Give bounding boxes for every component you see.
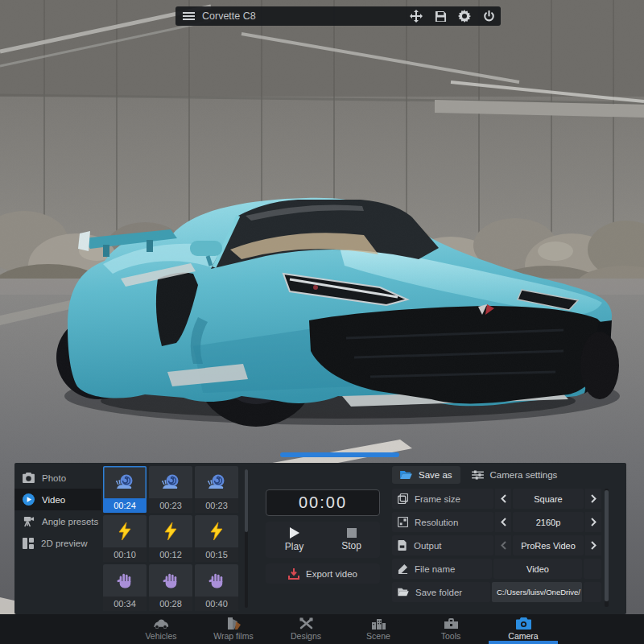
record-timer: 00:00	[266, 489, 380, 516]
clip-lightning-2[interactable]: 00:12	[149, 515, 192, 562]
sliders-icon	[472, 470, 484, 480]
resolution-prev-button[interactable]	[495, 512, 511, 532]
mode-sidebar: Photo Video Angle presets 2D preview	[14, 463, 101, 614]
output-file-icon	[398, 540, 407, 551]
clip-hand-3[interactable]: 00:40	[195, 564, 238, 611]
setting-row-save-folder: Save folder C:/Users/luisv/OneDrive/	[392, 582, 601, 602]
lightning-icon	[195, 515, 238, 547]
clip-hand-2[interactable]: 00:28	[149, 564, 192, 611]
stop-icon	[347, 528, 357, 538]
tab-camera-settings[interactable]: Camera settings	[464, 466, 566, 484]
snail-icon	[103, 466, 147, 498]
clip-duration: 00:23	[149, 498, 192, 513]
save-icon[interactable]	[428, 6, 452, 26]
clip-snail-1[interactable]: 00:24	[103, 466, 147, 513]
move-icon[interactable]	[404, 6, 428, 26]
output-prev-button[interactable]	[495, 535, 511, 555]
tab-save-as[interactable]: Save as	[392, 466, 460, 484]
setting-row-frame-size: Frame size Square	[392, 489, 601, 509]
gear-icon[interactable]	[452, 6, 477, 26]
active-tab-indicator	[489, 641, 558, 644]
sidebar-item-angle-presets[interactable]: Angle presets	[14, 510, 101, 532]
clip-lightning-3[interactable]: 00:15	[195, 515, 238, 562]
designs-tools-icon	[299, 617, 313, 630]
play-stop-group: Play Stop	[266, 522, 380, 558]
clip-duration: 00:40	[195, 597, 238, 611]
snail-icon	[195, 466, 238, 498]
vehicles-car-icon	[153, 618, 169, 630]
tab-wrap-films[interactable]: Wrap films	[197, 614, 270, 644]
layout-2d-icon	[23, 538, 34, 549]
clip-duration: 00:15	[195, 547, 238, 562]
tab-designs[interactable]: Designs	[270, 614, 342, 644]
save-folder-stub	[584, 582, 601, 602]
scene-buildings-icon	[372, 617, 386, 630]
video-play-icon	[23, 493, 35, 506]
sidebar-item-photo[interactable]: Photo	[14, 467, 101, 489]
viewport-titlebar: Corvette C8	[175, 6, 501, 26]
setting-row-resolution: Resolution 2160p	[392, 512, 601, 532]
lightning-icon	[103, 515, 147, 547]
file-name-value[interactable]: Video	[493, 559, 582, 579]
clip-duration: 00:24	[103, 498, 147, 513]
sidebar-item-2d-preview[interactable]: 2D preview	[14, 532, 101, 554]
frame-size-icon	[398, 493, 408, 504]
file-name-stub	[584, 559, 601, 579]
snail-icon	[149, 466, 192, 498]
vehicle-title: Corvette C8	[202, 10, 256, 22]
lightning-icon	[149, 515, 192, 547]
camera-video-panel: Photo Video Angle presets 2D preview 00:…	[14, 463, 626, 614]
video-settings: Save as Camera settings Frame size Squar…	[392, 465, 601, 602]
play-button[interactable]: Play	[266, 522, 323, 558]
export-download-icon	[288, 568, 299, 580]
clip-duration: 00:12	[149, 547, 192, 562]
viewport-scrollbar[interactable]	[280, 452, 399, 457]
tab-scene[interactable]: Scene	[342, 614, 415, 644]
sidebar-item-video[interactable]: Video	[14, 489, 101, 510]
pencil-icon	[398, 564, 408, 574]
menu-icon[interactable]	[183, 11, 195, 21]
power-icon[interactable]	[477, 6, 501, 26]
hand-icon	[149, 564, 192, 597]
tripod-camera-icon	[23, 515, 35, 527]
tab-vehicles[interactable]: Vehicles	[125, 614, 197, 644]
frame-size-next-button[interactable]	[585, 489, 601, 509]
output-value[interactable]: ProRes Video	[513, 535, 584, 555]
tab-tools[interactable]: Tools	[415, 614, 487, 644]
setting-row-file-name: File name Video	[392, 559, 601, 579]
stop-button[interactable]: Stop	[323, 522, 380, 558]
clip-snail-2[interactable]: 00:23	[149, 466, 192, 513]
camera-icon	[516, 617, 531, 630]
output-next-button[interactable]	[585, 535, 601, 555]
save-folder-value[interactable]: C:/Users/luisv/OneDrive/	[492, 582, 582, 602]
clip-duration: 00:28	[149, 597, 192, 611]
hand-icon	[195, 564, 238, 597]
setting-row-output: Output ProRes Video	[392, 535, 601, 555]
photo-camera-icon	[23, 473, 35, 483]
clip-duration: 00:34	[103, 597, 147, 611]
save-folder-blue-icon	[400, 470, 412, 480]
settings-scrollbar[interactable]	[605, 489, 609, 607]
clip-duration: 00:23	[195, 498, 238, 513]
main-toolbar: Vehicles Wrap films Designs Scene Tools …	[0, 614, 644, 644]
play-icon	[289, 527, 299, 539]
frame-size-value[interactable]: Square	[513, 489, 584, 509]
clip-grid: 00:24 00:23 00:23 00:10 00:12 00:15 00:3…	[103, 466, 242, 611]
tools-toolbox-icon	[444, 617, 458, 630]
export-video-button[interactable]: Export video	[266, 564, 380, 584]
clip-hand-1[interactable]: 00:34	[103, 564, 147, 611]
clip-duration: 00:10	[103, 547, 147, 562]
wrap-films-icon	[226, 617, 241, 630]
tab-camera[interactable]: Camera	[487, 614, 559, 644]
resolution-icon	[398, 517, 408, 527]
resolution-value[interactable]: 2160p	[513, 512, 584, 532]
clip-grid-scrollbar[interactable]	[245, 469, 248, 608]
resolution-next-button[interactable]	[585, 512, 601, 532]
hand-icon	[103, 564, 147, 597]
folder-icon	[398, 588, 409, 597]
clip-lightning-1[interactable]: 00:10	[103, 515, 147, 562]
frame-size-prev-button[interactable]	[495, 489, 511, 509]
wrap-studio-app: Corvette C8 Photo Video Angle presets 2D…	[0, 0, 644, 644]
clip-snail-3[interactable]: 00:23	[195, 466, 238, 513]
